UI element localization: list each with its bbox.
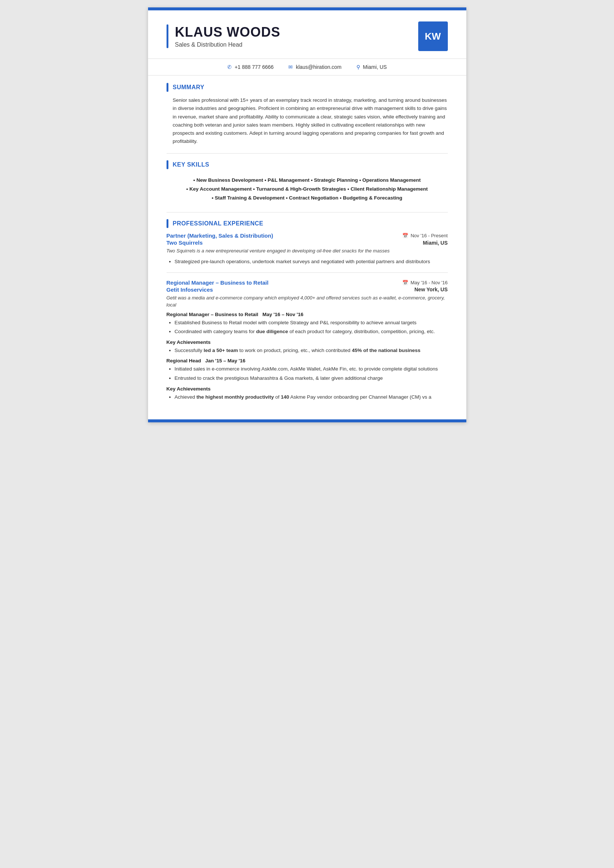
candidate-name: KLAUS WOODS (175, 25, 281, 40)
resume-document: KLAUS WOODS Sales & Distribution Head KW… (148, 8, 466, 422)
skills-title: KEY SKILLS (173, 161, 209, 168)
exp-description-1: Two Squirrels is a new entrepreneurial v… (167, 247, 448, 255)
experience-section: PROFESSIONAL EXPERIENCE Partner (Marketi… (167, 219, 448, 401)
key-achievements-1: Key Achievements Successfully led a 50+ … (167, 339, 448, 355)
exp-company-1: Two Squirrels (167, 239, 203, 246)
experience-accent-bar (167, 219, 168, 228)
bottom-accent-bar (148, 419, 466, 422)
bullet-item: Initiated sales in e-commerce involving … (175, 365, 448, 373)
experience-title: PROFESSIONAL EXPERIENCE (173, 220, 264, 227)
header-left: KLAUS WOODS Sales & Distribution Head (167, 25, 281, 48)
achievements-bullets-2: Achieved the highest monthly productivit… (167, 393, 448, 401)
bullet-item: Achieved the highest monthly productivit… (175, 393, 448, 401)
divider-3 (167, 273, 448, 273)
exp-header-row-2: Regional Manager – Business to Retail 📅 … (167, 279, 448, 286)
phone-icon: ✆ (227, 64, 232, 70)
location-text: Miami, US (363, 64, 387, 70)
exp-location-1: Miami, US (423, 240, 448, 246)
divider-1 (167, 153, 448, 153)
header-section: KLAUS WOODS Sales & Distribution Head KW (148, 10, 466, 59)
exp-description-2: Getit was a media and e-commerce company… (167, 294, 448, 309)
exp-bullets-1: Strategized pre-launch operations, under… (167, 257, 448, 266)
skills-row-2: • Key Account Management • Turnaround & … (174, 185, 440, 194)
exp-header-row-1: Partner (Marketing, Sales & Distribution… (167, 232, 448, 239)
header-text: KLAUS WOODS Sales & Distribution Head (175, 25, 281, 48)
bullet-item: Established Business to Retail model wit… (175, 319, 448, 327)
exp-company-2: Getit Infoservices (167, 287, 213, 293)
location-icon: ⚲ (357, 64, 360, 70)
bullet-item: Coordinated with category teams for due … (175, 328, 448, 336)
skills-accent-bar (167, 160, 168, 169)
main-content: SUMMARY Senior sales professional with 1… (148, 76, 466, 419)
experience-header: PROFESSIONAL EXPERIENCE (167, 219, 448, 228)
sub-role-bullets-2: Initiated sales in e-commerce involving … (167, 365, 448, 382)
sub-role-title-1: Regional Manager – Business to Retail Ma… (167, 312, 448, 317)
sub-role-title-2: Regional Head Jan '15 – May '16 (167, 358, 448, 363)
achievements-title-2: Key Achievements (167, 386, 448, 392)
skills-list: • New Business Development • P&L Managem… (167, 174, 448, 205)
bullet-item: Entrusted to crack the prestigious Mahar… (175, 374, 448, 382)
bullet-item: Strategized pre-launch operations, under… (175, 257, 448, 266)
skills-header: KEY SKILLS (167, 160, 448, 169)
achievements-bullets-1: Successfully led a 50+ team to work on p… (167, 346, 448, 355)
summary-title: SUMMARY (173, 84, 205, 91)
candidate-title: Sales & Distribution Head (175, 42, 281, 48)
summary-text: Senior sales professional with 15+ years… (167, 96, 448, 146)
exp-date-2: 📅 May '16 - Nov '16 (402, 280, 447, 285)
key-achievements-2: Key Achievements Achieved the highest mo… (167, 386, 448, 401)
exp-company-row-1: Two Squirrels Miami, US (167, 239, 448, 246)
summary-accent-bar (167, 83, 168, 92)
avatar: KW (418, 22, 448, 51)
contact-bar: ✆ +1 888 777 6666 ✉ klaus@hiration.com ⚲… (148, 59, 466, 76)
calendar-icon-2: 📅 (402, 280, 408, 285)
email-contact: ✉ klaus@hiration.com (288, 64, 341, 70)
summary-header: SUMMARY (167, 83, 448, 92)
skills-row-3: • Staff Training & Development • Contrac… (174, 194, 440, 203)
skills-section: KEY SKILLS • New Business Development • … (167, 160, 448, 205)
exp-job-title-2: Regional Manager – Business to Retail (167, 279, 269, 286)
exp-entry-two-squirrels: Partner (Marketing, Sales & Distribution… (167, 232, 448, 265)
divider-2 (167, 212, 448, 212)
email-address: klaus@hiration.com (296, 64, 341, 70)
achievements-title-1: Key Achievements (167, 339, 448, 345)
phone-number: +1 888 777 6666 (235, 64, 274, 70)
phone-contact: ✆ +1 888 777 6666 (227, 64, 274, 70)
sub-role-regional-head: Regional Head Jan '15 – May '16 Initiate… (167, 358, 448, 382)
exp-entry-getit: Regional Manager – Business to Retail 📅 … (167, 279, 448, 401)
exp-date-text-1: Nov '16 - Present (411, 233, 447, 239)
exp-company-row-2: Getit Infoservices New York, US (167, 287, 448, 293)
exp-date-1: 📅 Nov '16 - Present (402, 233, 447, 239)
exp-job-title-1: Partner (Marketing, Sales & Distribution… (167, 232, 273, 239)
calendar-icon-1: 📅 (402, 233, 408, 239)
top-accent-bar (148, 8, 466, 10)
skills-row-1: • New Business Development • P&L Managem… (174, 176, 440, 185)
exp-date-text-2: May '16 - Nov '16 (411, 280, 447, 285)
summary-section: SUMMARY Senior sales professional with 1… (167, 83, 448, 146)
email-icon: ✉ (288, 64, 293, 70)
sub-role-regional-manager: Regional Manager – Business to Retail Ma… (167, 312, 448, 336)
sub-role-bullets-1: Established Business to Retail model wit… (167, 319, 448, 336)
exp-location-2: New York, US (414, 287, 448, 292)
location-contact: ⚲ Miami, US (357, 64, 387, 70)
bullet-item: Successfully led a 50+ team to work on p… (175, 346, 448, 355)
header-accent-bar (167, 25, 168, 48)
